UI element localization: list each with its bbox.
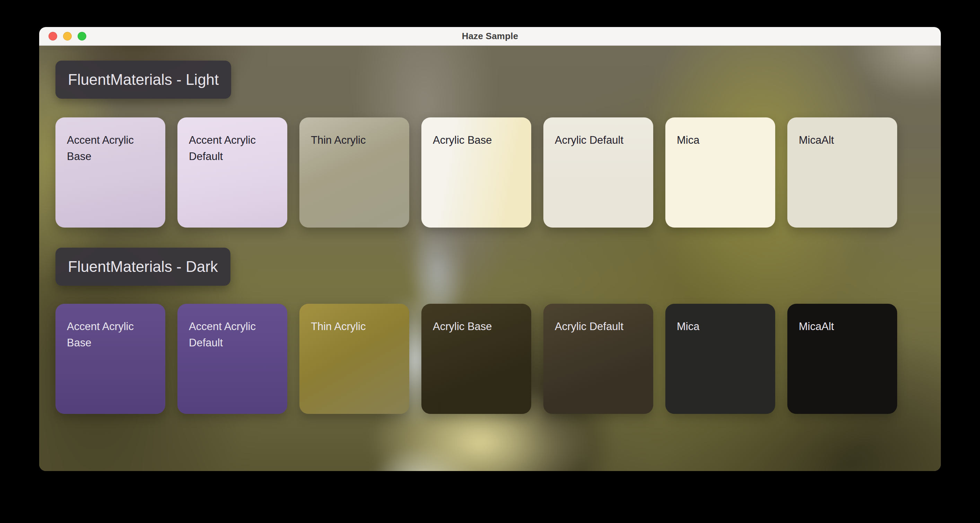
window-content: FluentMaterials - Light Accent Acrylic B…	[39, 46, 941, 471]
minimize-button[interactable]	[63, 32, 72, 41]
card-label: Acrylic Base	[433, 318, 522, 335]
close-button[interactable]	[49, 32, 57, 41]
card-light-mica: Mica	[665, 118, 775, 227]
material-row-dark: Accent Acrylic Base Accent Acrylic Defau…	[56, 304, 897, 414]
card-dark-accent-acrylic-base: Accent Acrylic Base	[56, 304, 165, 414]
card-dark-acrylic-base: Acrylic Base	[422, 304, 531, 414]
card-label: Accent Acrylic Default	[189, 132, 278, 165]
card-dark-acrylic-default: Acrylic Default	[543, 304, 653, 414]
section-header-dark-label: FluentMaterials - Dark	[68, 258, 218, 275]
card-label: Acrylic Base	[433, 132, 522, 148]
card-dark-mica: Mica	[665, 304, 775, 414]
card-label: Acrylic Default	[555, 318, 644, 335]
card-label: Accent Acrylic Default	[189, 318, 278, 351]
card-label: Thin Acrylic	[311, 318, 399, 335]
card-label: Accent Acrylic Base	[67, 132, 156, 165]
card-label: Accent Acrylic Base	[67, 318, 156, 351]
card-light-accent-acrylic-default: Accent Acrylic Default	[177, 118, 287, 227]
card-light-micaalt: MicaAlt	[788, 118, 897, 227]
card-light-thin-acrylic: Thin Acrylic	[299, 118, 409, 227]
card-label: Mica	[677, 318, 765, 335]
section-header-dark: FluentMaterials - Dark	[56, 248, 231, 286]
section-header-light: FluentMaterials - Light	[56, 60, 231, 99]
card-label: Acrylic Default	[555, 132, 644, 148]
app-window: Haze Sample FluentMaterials - Light Acce…	[39, 27, 941, 471]
window-title: Haze Sample	[462, 31, 519, 41]
card-light-accent-acrylic-base: Accent Acrylic Base	[56, 118, 165, 227]
card-label: Thin Acrylic	[311, 132, 399, 148]
card-dark-thin-acrylic: Thin Acrylic	[299, 304, 409, 414]
zoom-button[interactable]	[78, 32, 86, 41]
card-label: MicaAlt	[799, 318, 888, 335]
section-header-light-label: FluentMaterials - Light	[68, 71, 219, 88]
title-bar[interactable]: Haze Sample	[39, 27, 941, 46]
material-row-light: Accent Acrylic Base Accent Acrylic Defau…	[56, 118, 897, 227]
traffic-lights	[49, 27, 86, 45]
card-label: MicaAlt	[799, 132, 888, 148]
card-light-acrylic-base: Acrylic Base	[422, 118, 531, 227]
card-label: Mica	[677, 132, 765, 148]
card-dark-accent-acrylic-default: Accent Acrylic Default	[177, 304, 287, 414]
card-dark-micaalt: MicaAlt	[788, 304, 897, 414]
card-light-acrylic-default: Acrylic Default	[543, 118, 653, 227]
